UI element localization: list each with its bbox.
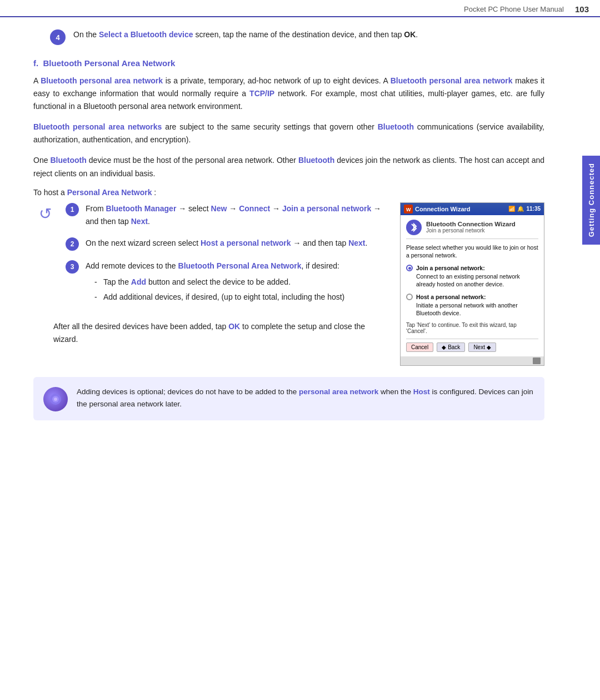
step-4-box: 4 On the Select a Bluetooth device scree…: [50, 28, 544, 45]
wizard-subtitle: Join a personal network: [426, 227, 516, 234]
wizard-header-section: Bluetooth Connection Wizard Join a perso…: [406, 220, 538, 239]
note-icon: [43, 387, 68, 411]
step-3-text: Add remote devices to the Bluetooth Pers…: [86, 260, 344, 306]
wizard-body: Bluetooth Connection Wizard Join a perso…: [401, 215, 544, 357]
page-number: 103: [575, 4, 589, 14]
connect-link[interactable]: Connect: [239, 204, 270, 213]
add-link[interactable]: Add: [131, 277, 146, 286]
bluetooth-link-1[interactable]: Bluetooth: [378, 122, 414, 131]
wizard-bottom-text: Tap 'Next' to continue. To exit this wiz…: [406, 322, 538, 334]
bullet-list: Tap the Add button and select the device…: [94, 276, 344, 304]
step-1-circle: 1: [66, 203, 79, 216]
step-4-text: On the Select a Bluetooth device screen,…: [73, 28, 418, 41]
radio-1-text: Join a personal network: Connect to an e…: [416, 264, 538, 289]
statusbar-icon: [533, 358, 541, 364]
bluetooth-pan-link[interactable]: Bluetooth Personal Area Network: [178, 261, 302, 270]
bluetooth-link-2[interactable]: Bluetooth: [50, 156, 86, 165]
wizard-titlebar-left: W Connection Wizard: [404, 205, 471, 214]
pan-note-link[interactable]: personal area network: [299, 388, 378, 396]
step-2-text: On the next wizard screen select Host a …: [86, 237, 367, 250]
wizard-back-button[interactable]: ◆ Back: [437, 342, 465, 352]
svg-text:W: W: [406, 207, 411, 212]
wizard-buttons: Cancel ◆ Back Next ◆: [406, 339, 538, 352]
pan-link-4[interactable]: Personal Area Network: [67, 188, 152, 197]
after-steps-text: After all the desired devices have been …: [53, 320, 387, 346]
manual-title: Pocket PC Phone User Manual: [464, 5, 564, 13]
radio-1-dot[interactable]: [406, 265, 413, 271]
main-content: 4 On the Select a Bluetooth device scree…: [0, 17, 578, 431]
pan-link-1[interactable]: Bluetooth personal area network: [41, 76, 163, 85]
step-1-text: From Bluetooth Manager → select New → Co…: [86, 202, 387, 228]
ok-link[interactable]: OK: [228, 322, 240, 331]
step-3: 3 Add remote devices to the Bluetooth Pe…: [66, 260, 387, 306]
radio-2-label: Host a personal network:: [416, 294, 486, 300]
ok-label: OK: [404, 30, 416, 39]
host-note-link[interactable]: Host: [413, 388, 430, 396]
arrow-steps-container: ↺ 1 From Bluetooth Manager → select New …: [39, 202, 387, 315]
radio-1-label: Join a personal network:: [416, 265, 485, 271]
wizard-titlebar-icons: 📶 🔔 11:35: [508, 206, 541, 212]
wizard-statusbar: [401, 356, 544, 365]
wizard-titlebar: W Connection Wizard 📶 🔔 11:35: [401, 203, 544, 215]
radio-1-desc: Connect to an existing personal network …: [416, 273, 520, 288]
bluetooth-big-icon: [406, 220, 422, 235]
join-personal-link[interactable]: Join a personal network: [282, 204, 371, 213]
host-label: To host a Personal Area Network :: [33, 188, 544, 197]
section-label: f. Bluetooth Personal Area Network: [33, 58, 175, 68]
wizard-next-button[interactable]: Next ◆: [468, 342, 496, 352]
radio-option-1[interactable]: Join a personal network: Connect to an e…: [406, 264, 538, 289]
paragraph-1: A Bluetooth personal area network is a p…: [33, 75, 544, 113]
step-2: 2 On the next wizard screen select Host …: [66, 237, 387, 251]
step-3-circle: 3: [66, 260, 79, 274]
bluetooth-link-3[interactable]: Bluetooth: [298, 156, 334, 165]
side-tab-text: Getting Connected: [587, 163, 596, 237]
wizard-intro: Please select whether you would like to …: [406, 244, 538, 260]
wizard-cancel-button[interactable]: Cancel: [406, 342, 433, 352]
next-link-2[interactable]: Next: [348, 239, 365, 247]
volume-icon: 🔔: [517, 206, 524, 212]
svg-point-4: [54, 398, 57, 401]
time-display: 11:35: [526, 206, 541, 212]
signal-icon: 📶: [508, 206, 515, 212]
page-header: Pocket PC Phone User Manual 103: [0, 0, 600, 17]
radio-2-text: Host a personal network: Initiate a pers…: [416, 293, 538, 317]
wizard-header-text: Bluetooth Connection Wizard Join a perso…: [426, 221, 516, 234]
wizard-title-bar-text: Connection Wizard: [415, 206, 471, 212]
step-4-circle: 4: [50, 29, 66, 45]
wizard-main-title: Bluetooth Connection Wizard: [426, 221, 516, 227]
new-link[interactable]: New: [211, 204, 227, 213]
bullet-2: Add additional devices, if desired, (up …: [94, 291, 344, 304]
next-link-1[interactable]: Next: [131, 217, 148, 226]
numbered-steps: 1 From Bluetooth Manager → select New → …: [66, 202, 387, 315]
wizard-app-icon: W: [404, 205, 413, 214]
note-box: Adding devices is optional; devices do n…: [33, 377, 544, 420]
step4-text-after: screen, tap the name of the destination …: [193, 30, 404, 39]
tcpip-link[interactable]: TCP/IP: [249, 89, 274, 98]
pan-link-2[interactable]: Bluetooth personal area network: [391, 76, 513, 85]
two-col-layout: ↺ 1 From Bluetooth Manager → select New …: [33, 202, 544, 366]
wizard-box: W Connection Wizard 📶 🔔 11:35: [400, 202, 544, 366]
step-1: 1 From Bluetooth Manager → select New → …: [66, 202, 387, 228]
pan-link-3[interactable]: Bluetooth personal area networks: [33, 122, 162, 131]
bluetooth-manager-link[interactable]: Bluetooth Manager: [106, 204, 177, 213]
section-heading-container: f. Bluetooth Personal Area Network: [33, 58, 544, 68]
side-tab: Getting Connected: [582, 156, 600, 245]
paragraph-3: One Bluetooth device must be the host of…: [33, 154, 544, 180]
bullet-1: Tap the Add button and select the device…: [94, 276, 344, 289]
left-column: ↺ 1 From Bluetooth Manager → select New …: [33, 202, 387, 346]
arrow-icon: ↺: [39, 205, 56, 223]
radio-2-desc: Initiate a personal network with another…: [416, 302, 518, 317]
wizard-screenshot: W Connection Wizard 📶 🔔 11:35: [400, 202, 544, 366]
paragraph-2: Bluetooth personal area networks are sub…: [33, 121, 544, 146]
note-text: Adding devices is optional; devices do n…: [77, 386, 534, 411]
select-bluetooth-link[interactable]: Select a Bluetooth device: [99, 30, 193, 39]
host-personal-link[interactable]: Host a personal network: [201, 239, 291, 247]
step-2-circle: 2: [66, 237, 79, 251]
radio-2-dot[interactable]: [406, 294, 413, 300]
radio-option-2[interactable]: Host a personal network: Initiate a pers…: [406, 293, 538, 317]
